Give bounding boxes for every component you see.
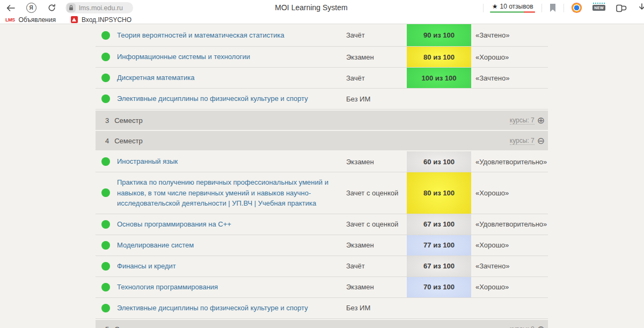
- star-icon: ★: [492, 3, 498, 10]
- course-link[interactable]: Иностранный язык: [117, 157, 178, 165]
- status-column: [96, 262, 117, 271]
- grade-cell: «Удовлетворительно»: [471, 158, 548, 166]
- collapse-icon[interactable]: ⊖: [537, 136, 545, 145]
- course-row: Основы программирования на C++ Зачет с о…: [96, 214, 548, 235]
- lms-favicon: LMS: [5, 17, 15, 23]
- course-title-cell: Дискретная математика: [117, 68, 346, 88]
- semester-label: Семестр: [114, 325, 142, 328]
- bookmark-label: Вход.INPSYCHO: [82, 16, 131, 24]
- score-cell: 67 из 100: [407, 256, 471, 276]
- courses-count-link[interactable]: курсы: 7: [510, 116, 535, 125]
- status-column: [96, 53, 117, 61]
- yandex-home-button[interactable]: Я: [25, 0, 38, 16]
- course-row: Элективные дисциплины по физической куль…: [96, 298, 548, 319]
- course-row: Моделирование систем Экзамен 77 из 100 «…: [96, 235, 548, 256]
- status-dot-icon: [101, 241, 110, 250]
- course-row: Элективные дисциплины по физической куль…: [96, 89, 548, 110]
- assessment-type-cell: Экзамен: [346, 53, 407, 61]
- assessment-type-cell: Зачёт: [346, 262, 407, 270]
- review-rating-bar: [490, 11, 535, 13]
- course-row: Технология программирования Экзамен 70 и…: [96, 277, 548, 298]
- course-link[interactable]: Теория вероятностей и математическая ста…: [117, 31, 284, 39]
- course-row: Теория вероятностей и математическая ста…: [96, 24, 548, 47]
- bookmark-item-inpsycho[interactable]: Вход.INPSYCHO: [71, 16, 131, 24]
- grade-cell: «Хорошо»: [471, 189, 548, 197]
- course-link[interactable]: Практика по получению первичных професси…: [117, 178, 328, 207]
- score-cell: 67 из 100: [407, 214, 471, 235]
- course-title-cell: Элективные дисциплины по физической куль…: [117, 89, 346, 109]
- status-column: [96, 74, 117, 82]
- refresh-button[interactable]: [45, 0, 58, 16]
- course-link[interactable]: Элективные дисциплины по физической куль…: [117, 304, 308, 312]
- yandex-logo-icon: Я: [26, 3, 36, 13]
- course-title-cell: Информационные системы и технологии: [117, 47, 346, 67]
- grade-cell: «Хорошо»: [471, 53, 548, 61]
- browser-window: Я lms.moi.edu.ru MOI Learning System ★ 1…: [0, 0, 644, 328]
- status-dot-icon: [101, 157, 110, 166]
- course-title-cell: Иностранный язык: [117, 151, 346, 172]
- assessment-type-cell: Экзамен: [346, 241, 407, 249]
- course-title-cell: Основы программирования на C++: [117, 214, 346, 235]
- expand-icon[interactable]: ⊕: [537, 116, 545, 125]
- status-dot-icon: [101, 31, 110, 40]
- new-feature-icon[interactable]: NEW: [592, 5, 605, 11]
- address-bar[interactable]: lms.moi.edu.ru: [65, 2, 133, 13]
- course-row: Информационные системы и технологии Экза…: [96, 47, 548, 68]
- status-dot-icon: [101, 94, 110, 103]
- semester-row: 5 Семестр курсы: 8 ⊕: [96, 320, 548, 328]
- course-title-cell: Практика по получению первичных професси…: [117, 172, 346, 214]
- semester-number: 3: [105, 116, 109, 125]
- assessment-type-cell: Зачёт: [346, 74, 407, 82]
- status-column: [96, 304, 117, 312]
- course-link[interactable]: Основы программирования на C++: [117, 220, 231, 228]
- score-cell: 80 из 100: [407, 172, 471, 214]
- course-row: Практика по получению первичных професси…: [96, 172, 548, 214]
- browser-toolbar: Я lms.moi.edu.ru MOI Learning System ★ 1…: [0, 0, 644, 16]
- course-title-cell: Моделирование систем: [117, 235, 346, 256]
- status-dot-icon: [101, 262, 110, 271]
- score-cell: 80 из 100: [407, 47, 471, 67]
- grade-cell: «Хорошо»: [471, 241, 548, 249]
- back-arrow-icon: [6, 4, 16, 12]
- course-table: Теория вероятностей и математическая ста…: [96, 24, 548, 328]
- course-link[interactable]: Информационные системы и технологии: [117, 53, 250, 61]
- site-reviews-button[interactable]: ★ 10 отзывов: [490, 3, 535, 13]
- course-title-cell: Финансы и кредит: [117, 256, 346, 276]
- grade-cell: «Хорошо»: [471, 283, 548, 291]
- course-title-cell: Элективные дисциплины по физической куль…: [117, 298, 346, 318]
- download-icon[interactable]: [636, 3, 644, 13]
- assessment-type-cell: Зачет с оценкой: [346, 220, 407, 228]
- extension-circle-icon[interactable]: [572, 3, 582, 13]
- course-link[interactable]: Элективные дисциплины по физической куль…: [117, 94, 308, 103]
- toolbar-right-icons: ★ 10 отзывов NEW: [483, 0, 644, 16]
- courses-count-link[interactable]: курсы: 7: [510, 137, 535, 145]
- grade-cell: «Зачтено»: [471, 31, 548, 39]
- score-cell: 90 из 100: [407, 24, 471, 46]
- collections-icon[interactable]: [616, 3, 627, 12]
- bookmark-item-announcements[interactable]: LMS Объявления: [5, 16, 56, 24]
- separator: [564, 4, 564, 12]
- bookmark-flag-icon[interactable]: [550, 4, 556, 12]
- course-row: Финансы и кредит Зачёт 67 из 100 «Зачтен…: [96, 256, 548, 277]
- status-column: [96, 220, 117, 229]
- assessment-type-cell: Экзамен: [346, 283, 407, 291]
- assessment-type-cell: Зачет с оценкой: [346, 189, 407, 197]
- semester-row: 4 Семестр курсы: 7 ⊖: [96, 131, 548, 150]
- score-cell: [407, 89, 471, 109]
- lock-icon[interactable]: [67, 3, 76, 12]
- course-link[interactable]: Технология программирования: [117, 283, 218, 291]
- score-cell: [407, 298, 471, 318]
- inpsycho-favicon: [71, 16, 78, 23]
- course-link[interactable]: Дискретная математика: [117, 74, 195, 82]
- course-link[interactable]: Моделирование систем: [117, 241, 194, 249]
- score-cell: 70 из 100: [407, 277, 471, 297]
- course-link[interactable]: Финансы и кредит: [117, 262, 176, 270]
- back-button[interactable]: [4, 0, 17, 16]
- expand-icon[interactable]: ⊕: [537, 325, 545, 328]
- assessment-type-cell: Без ИМ: [346, 95, 407, 103]
- semester-label: Семестр: [114, 137, 142, 145]
- courses-count-link[interactable]: курсы: 8: [510, 325, 535, 328]
- course-title-cell: Технология программирования: [117, 277, 346, 297]
- refresh-icon: [48, 4, 56, 12]
- semester-row: 3 Семестр курсы: 7 ⊕: [96, 111, 548, 130]
